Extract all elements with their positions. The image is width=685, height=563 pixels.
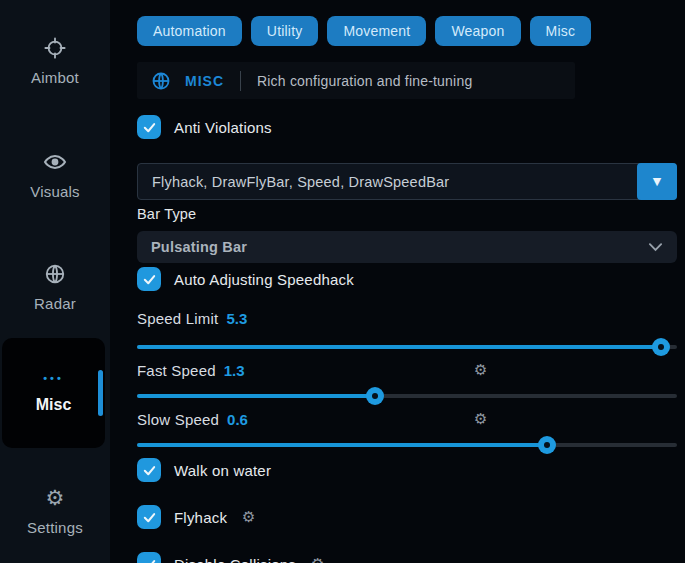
cheat-menu-window: Aimbot Visuals Radar ••• <box>0 0 685 563</box>
globe-icon <box>151 71 171 91</box>
chevron-down-icon <box>648 242 663 252</box>
checkbox-label: Auto Adjusting Speedhack <box>174 271 354 288</box>
slider-thumb-center <box>658 344 664 350</box>
tab-weapon[interactable]: Weapon <box>435 16 520 46</box>
bar-type-select[interactable]: Pulsating Bar <box>137 231 677 263</box>
checkbox-checked-icon[interactable] <box>137 267 161 291</box>
dropdown-open-button[interactable]: ▼ <box>637 163 677 200</box>
checkbox-label: Flyhack <box>174 509 227 526</box>
auto-adjusting-speedhack-checkbox[interactable]: Auto Adjusting Speedhack <box>137 267 354 291</box>
sidebar-item-label: Settings <box>27 519 83 536</box>
eye-icon <box>43 150 67 174</box>
tab-automation[interactable]: Automation <box>137 16 242 46</box>
divider <box>240 71 241 91</box>
fast-speed-row: Fast Speed 1.3 ⚙ <box>137 362 677 379</box>
tab-utility[interactable]: Utility <box>251 16 319 46</box>
section-subtitle: Rich configuration and fine-tuning <box>257 73 472 89</box>
tab-movement[interactable]: Movement <box>327 16 426 46</box>
active-indicator-bar <box>98 370 103 416</box>
checkbox-label: Walk on water <box>174 462 271 479</box>
checkbox-label: Anti Violations <box>174 119 272 136</box>
slider-thumb[interactable] <box>652 338 670 356</box>
slider-label: Slow Speed <box>137 411 219 428</box>
checkbox-checked-icon[interactable] <box>137 115 161 139</box>
sidebar-item-label: Radar <box>34 295 76 312</box>
disable-collisions-checkbox[interactable]: Disable Collisions ⚙ <box>137 552 324 563</box>
slider-value: 0.6 <box>227 411 248 428</box>
dropdown-arrow-icon: ▼ <box>653 175 661 188</box>
slider-track[interactable] <box>137 443 677 447</box>
slider-value: 5.3 <box>226 310 247 327</box>
slider-label: Speed Limit <box>137 310 218 327</box>
flyhack-checkbox[interactable]: Flyhack ⚙ <box>137 505 256 529</box>
slider-track[interactable] <box>137 345 677 349</box>
speed-limit-row: Speed Limit 5.3 <box>137 310 677 327</box>
gear-icon: ⚙ <box>43 486 67 510</box>
slow-speed-row: Slow Speed 0.6 ⚙ <box>137 411 677 428</box>
sidebar-item-settings[interactable]: ⚙ Settings <box>0 486 110 536</box>
sidebar-item-label: Visuals <box>30 183 79 200</box>
sidebar-item-misc-active[interactable]: ••• Misc <box>2 338 105 448</box>
gear-icon[interactable]: ⚙ <box>311 555 324 563</box>
tab-misc[interactable]: Misc <box>530 16 592 46</box>
gear-icon[interactable]: ⚙ <box>474 410 487 428</box>
globe-icon <box>43 262 67 286</box>
slider-fill <box>137 345 661 349</box>
bar-elements-input[interactable]: Flyhack, DrawFlyBar, Speed, DrawSpeedBar… <box>137 163 677 200</box>
checkbox-checked-icon[interactable] <box>137 458 161 482</box>
slider-fill <box>137 394 375 398</box>
slider-label: Fast Speed <box>137 362 216 379</box>
bar-elements-value: Flyhack, DrawFlyBar, Speed, DrawSpeedBar <box>138 174 638 190</box>
walk-on-water-checkbox[interactable]: Walk on water <box>137 458 271 482</box>
sidebar-item-label: Misc <box>36 396 72 414</box>
crosshair-icon <box>43 36 67 60</box>
gear-icon[interactable]: ⚙ <box>242 508 255 526</box>
slider-fill <box>137 443 547 447</box>
gear-icon[interactable]: ⚙ <box>474 361 487 379</box>
slow-speed-slider[interactable] <box>137 436 677 454</box>
bar-type-label: Bar Type <box>137 206 196 222</box>
section-title: MISC <box>185 73 224 89</box>
category-tabs: Automation Utility Movement Weapon Misc <box>137 16 591 46</box>
sidebar: Aimbot Visuals Radar ••• <box>0 0 110 563</box>
slider-track[interactable] <box>137 394 677 398</box>
speed-limit-slider[interactable] <box>137 338 677 356</box>
checkbox-label: Disable Collisions <box>174 556 296 563</box>
anti-violations-checkbox[interactable]: Anti Violations <box>137 115 272 139</box>
sidebar-item-radar[interactable]: Radar <box>0 262 110 312</box>
main-content: Automation Utility Movement Weapon Misc … <box>137 0 677 563</box>
sidebar-item-aimbot[interactable]: Aimbot <box>0 36 110 86</box>
ellipsis-icon: ••• <box>43 372 64 384</box>
section-header: MISC Rich configuration and fine-tuning <box>137 62 575 99</box>
slider-thumb-center <box>544 442 550 448</box>
fast-speed-slider[interactable] <box>137 387 677 405</box>
bar-type-value: Pulsating Bar <box>151 239 648 255</box>
slider-thumb-center <box>372 393 378 399</box>
slider-value: 1.3 <box>224 362 245 379</box>
slider-thumb[interactable] <box>366 387 384 405</box>
sidebar-item-label: Aimbot <box>31 69 79 86</box>
checkbox-checked-icon[interactable] <box>137 552 161 563</box>
checkbox-checked-icon[interactable] <box>137 505 161 529</box>
slider-thumb[interactable] <box>538 436 556 454</box>
sidebar-item-visuals[interactable]: Visuals <box>0 150 110 200</box>
